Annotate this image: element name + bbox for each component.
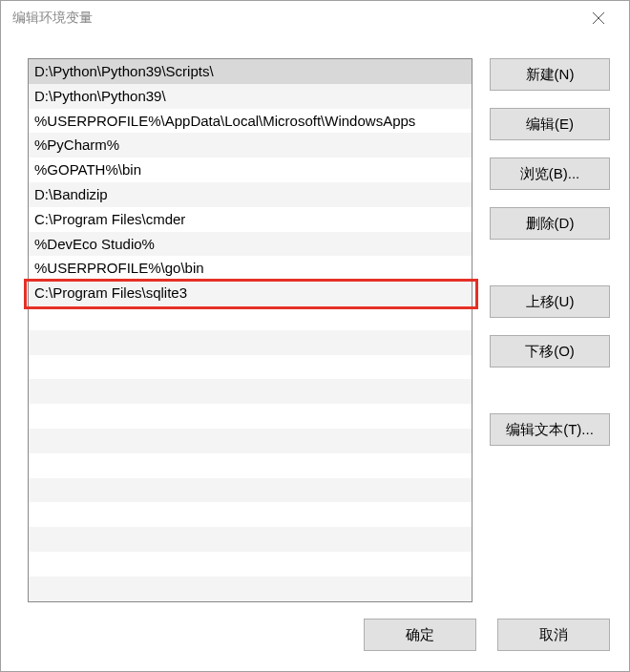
- path-listbox[interactable]: D:\Python\Python39\Scripts\D:\Python\Pyt…: [28, 58, 472, 602]
- move-down-button[interactable]: 下移(O): [490, 335, 610, 368]
- list-item[interactable]: [29, 478, 472, 503]
- browse-button[interactable]: 浏览(B)...: [490, 158, 610, 190]
- list-item[interactable]: [29, 453, 472, 478]
- list-item[interactable]: [29, 355, 472, 380]
- list-item[interactable]: D:\Python\Python39\: [29, 84, 472, 109]
- window-title: 编辑环境变量: [12, 10, 93, 27]
- list-item[interactable]: [29, 379, 472, 404]
- move-up-button[interactable]: 上移(U): [490, 285, 610, 318]
- list-wrapper: D:\Python\Python39\Scripts\D:\Python\Pyt…: [28, 58, 472, 614]
- cancel-button[interactable]: 取消: [497, 619, 610, 651]
- list-item[interactable]: [29, 577, 472, 601]
- edit-text-button[interactable]: 编辑文本(T)...: [490, 413, 610, 446]
- titlebar: 编辑环境变量: [1, 1, 629, 35]
- dialog-window: 编辑环境变量 D:\Python\Python39\Scripts\D:\Pyt…: [0, 0, 630, 672]
- list-item[interactable]: [29, 305, 472, 330]
- list-item[interactable]: %USERPROFILE%\AppData\Local\Microsoft\Wi…: [29, 109, 472, 134]
- list-item[interactable]: C:\Program Files\cmder: [29, 207, 472, 232]
- close-button[interactable]: [579, 1, 618, 35]
- list-item[interactable]: [29, 502, 472, 527]
- list-item[interactable]: %DevEco Studio%: [29, 232, 472, 257]
- list-item[interactable]: [29, 527, 472, 552]
- list-item[interactable]: [29, 330, 472, 355]
- list-item[interactable]: [29, 429, 472, 453]
- list-item[interactable]: D:\Python\Python39\Scripts\: [29, 59, 472, 84]
- dialog-footer: 确定 取消: [1, 614, 629, 671]
- list-item[interactable]: %USERPROFILE%\go\bin: [29, 256, 472, 281]
- side-button-column: 新建(N) 编辑(E) 浏览(B)... 删除(D) 上移(U) 下移(O) 编…: [490, 58, 610, 614]
- list-item[interactable]: %GOPATH%\bin: [29, 158, 472, 182]
- list-item[interactable]: %PyCharm%: [29, 133, 472, 158]
- delete-button[interactable]: 删除(D): [490, 207, 610, 240]
- list-item[interactable]: C:\Program Files\sqlite3: [29, 281, 472, 305]
- ok-button[interactable]: 确定: [364, 619, 476, 651]
- close-icon: [593, 12, 604, 24]
- list-item[interactable]: D:\Bandizip: [29, 182, 472, 207]
- dialog-content: D:\Python\Python39\Scripts\D:\Python\Pyt…: [1, 35, 629, 614]
- edit-button[interactable]: 编辑(E): [490, 108, 610, 140]
- new-button[interactable]: 新建(N): [490, 58, 610, 91]
- list-item[interactable]: [29, 404, 472, 429]
- list-item[interactable]: [29, 552, 472, 577]
